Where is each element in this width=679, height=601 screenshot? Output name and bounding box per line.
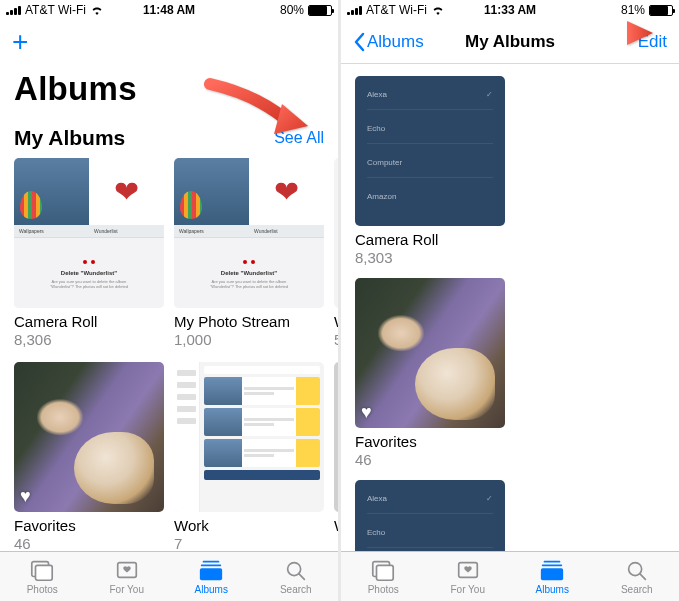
phone-right-my-albums: AT&T Wi-Fi 11:33 AM 81% Albums My Albums… — [341, 0, 679, 601]
album-work[interactable]: Work 7 — [174, 362, 324, 551]
album-count: 46 — [355, 451, 505, 468]
photos-icon — [29, 558, 55, 582]
album-thumbnail: WallpapersWunderlist Delete "Wunderlist"… — [14, 158, 164, 308]
album-thumbnail: ♥ — [355, 278, 505, 428]
nav-bar: + — [0, 20, 338, 64]
svg-rect-5 — [200, 568, 222, 580]
svg-line-15 — [640, 574, 646, 580]
album-thumbnail — [334, 158, 338, 308]
svg-rect-1 — [36, 565, 53, 580]
chevron-left-icon — [353, 32, 365, 52]
album-count: 5 — [334, 331, 338, 348]
albums-icon — [198, 558, 224, 582]
tab-bar: Photos For You Albums Search — [341, 551, 679, 601]
for-you-icon — [114, 558, 140, 582]
album-thumbnail: Alexa✓ Echo Computer Amazon — [355, 480, 505, 551]
for-you-icon — [455, 558, 481, 582]
check-icon: ✓ — [486, 90, 493, 99]
tab-search[interactable]: Search — [595, 552, 680, 601]
album-name: My Photo Stream — [174, 313, 324, 331]
svg-rect-13 — [541, 568, 563, 580]
svg-rect-9 — [377, 565, 394, 580]
photos-icon — [370, 558, 396, 582]
album-name: Camera Roll — [14, 313, 164, 331]
svg-line-7 — [299, 574, 305, 580]
album-photo-stream[interactable]: WallpapersWunderlist Delete "Wunderlist"… — [174, 158, 324, 348]
album-name: Favorites — [14, 517, 164, 535]
album-photo-stream[interactable]: Alexa✓ Echo Computer Amazon My Photo Str… — [355, 480, 505, 551]
album-count: 7 — [174, 535, 324, 551]
tab-search[interactable]: Search — [254, 552, 339, 601]
albums-icon — [539, 558, 565, 582]
album-peek[interactable]: W — [334, 362, 338, 551]
svg-rect-12 — [542, 564, 562, 566]
signal-icon — [347, 5, 362, 15]
album-camera-roll[interactable]: Alexa✓ Echo Computer Amazon Camera Roll … — [355, 76, 505, 266]
search-icon — [283, 558, 309, 582]
nav-title: My Albums — [465, 32, 555, 52]
back-button[interactable]: Albums — [353, 32, 424, 52]
album-thumbnail — [334, 362, 338, 512]
content-scroll[interactable]: Albums My Albums See All WallpapersWunde… — [0, 64, 338, 551]
add-album-button[interactable]: + — [12, 28, 28, 56]
svg-rect-3 — [203, 561, 220, 563]
see-all-button[interactable]: See All — [274, 129, 324, 147]
album-name: W — [334, 517, 338, 535]
albums-row-2[interactable]: ♥ Favorites 46 Work — [14, 362, 324, 551]
wifi-icon — [431, 5, 445, 15]
wifi-icon — [90, 5, 104, 15]
nav-bar: Albums My Albums Edit — [341, 20, 679, 64]
heart-icon: ♥ — [361, 402, 372, 423]
tab-albums[interactable]: Albums — [169, 552, 254, 601]
album-thumbnail — [174, 362, 324, 512]
phone-left-albums-root: AT&T Wi-Fi 11:48 AM 80% + Albums My Albu… — [0, 0, 338, 601]
carrier-label: AT&T Wi-Fi — [25, 3, 86, 17]
tab-bar: Photos For You Albums Search — [0, 551, 338, 601]
content-scroll[interactable]: Alexa✓ Echo Computer Amazon Camera Roll … — [341, 64, 679, 551]
signal-icon — [6, 5, 21, 15]
clock-label: 11:48 AM — [143, 3, 195, 17]
album-count: 8,306 — [14, 331, 164, 348]
album-thumbnail: ♥ — [14, 362, 164, 512]
page-title: Albums — [14, 70, 324, 108]
album-thumbnail: WallpapersWunderlist Delete "Wunderlist"… — [174, 158, 324, 308]
album-name: Favorites — [355, 433, 505, 451]
tab-for-you[interactable]: For You — [426, 552, 511, 601]
svg-rect-4 — [201, 564, 221, 566]
tab-photos[interactable]: Photos — [341, 552, 426, 601]
clock-label: 11:33 AM — [484, 3, 536, 17]
tab-for-you[interactable]: For You — [85, 552, 170, 601]
album-name: Work — [174, 517, 324, 535]
svg-rect-11 — [544, 561, 561, 563]
tab-photos[interactable]: Photos — [0, 552, 85, 601]
album-favorites[interactable]: ♥ Favorites 46 — [14, 362, 164, 551]
battery-icon — [308, 5, 332, 16]
heart-icon: ♥ — [20, 486, 31, 507]
album-peek[interactable]: W 5 — [334, 158, 338, 348]
status-bar: AT&T Wi-Fi 11:33 AM 81% — [341, 0, 679, 20]
status-bar: AT&T Wi-Fi 11:48 AM 80% — [0, 0, 338, 20]
check-icon: ✓ — [486, 494, 493, 503]
album-count: 1,000 — [174, 331, 324, 348]
carrier-label: AT&T Wi-Fi — [366, 3, 427, 17]
tab-albums[interactable]: Albums — [510, 552, 595, 601]
album-favorites[interactable]: ♥ Favorites 46 — [355, 278, 505, 468]
album-name: W — [334, 313, 338, 331]
albums-row-1[interactable]: WallpapersWunderlist Delete "Wunderlist"… — [14, 158, 324, 348]
battery-percent-label: 80% — [280, 3, 304, 17]
album-thumbnail: Alexa✓ Echo Computer Amazon — [355, 76, 505, 226]
edit-button[interactable]: Edit — [638, 32, 667, 52]
album-count: 46 — [14, 535, 164, 551]
album-camera-roll[interactable]: WallpapersWunderlist Delete "Wunderlist"… — [14, 158, 164, 348]
album-name: Camera Roll — [355, 231, 505, 249]
search-icon — [624, 558, 650, 582]
section-title: My Albums — [14, 126, 125, 150]
battery-percent-label: 81% — [621, 3, 645, 17]
battery-icon — [649, 5, 673, 16]
album-count: 8,303 — [355, 249, 505, 266]
